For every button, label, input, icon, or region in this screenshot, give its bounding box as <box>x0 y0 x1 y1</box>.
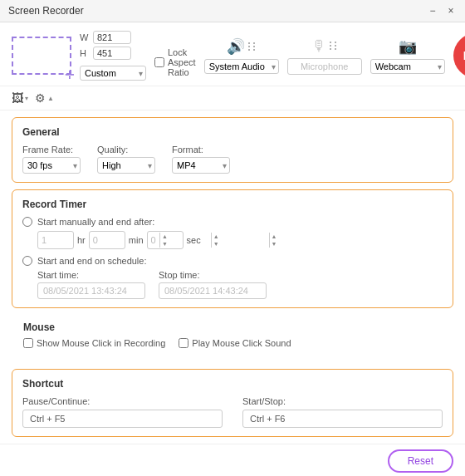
lock-aspect-label: Lock Aspect Ratio <box>168 47 196 77</box>
pause-continue-group: Pause/Continue: Ctrl + F5 <box>22 396 223 428</box>
custom-select-wrapper: Custom Full Screen Fixed Region <box>80 66 146 81</box>
start-time-label: Start time: <box>37 270 145 280</box>
pause-continue-label: Pause/Continue: <box>22 396 223 406</box>
speaker-icon: 🔊 <box>227 37 245 56</box>
system-audio-select[interactable]: System Audio <box>204 59 279 74</box>
show-mouse-click-option: Show Mouse Click in Recording <box>23 338 165 348</box>
sec-up-button[interactable]: ▲ <box>270 233 279 240</box>
microphone-item: 🎙 Microphone <box>287 37 362 75</box>
width-label: W <box>80 32 90 42</box>
crosshair-icon: ✛ <box>65 68 76 80</box>
start-stop-group: Start/Stop: Ctrl + F6 <box>242 396 443 428</box>
general-title: General <box>22 126 443 138</box>
frame-rate-group: Frame Rate: 30 fps 15 fps 20 fps 60 fps <box>22 145 81 174</box>
start-time-input[interactable] <box>37 282 145 299</box>
format-select-wrapper: MP4 AVI MOV <box>172 157 230 174</box>
show-mouse-click-label: Show Mouse Click in Recording <box>37 338 165 348</box>
width-row: W <box>80 31 146 44</box>
start-manually-radio[interactable] <box>22 217 32 227</box>
format-label: Format: <box>172 145 230 155</box>
bottom-bar: Reset <box>0 444 465 476</box>
shortcut-title: Shortcut <box>22 378 443 390</box>
start-stop-key: Ctrl + F6 <box>242 410 443 428</box>
show-mouse-click-checkbox[interactable] <box>23 338 33 348</box>
lock-aspect-area: Lock Aspect Ratio <box>154 46 196 81</box>
format-group: Format: MP4 AVI MOV <box>172 145 230 174</box>
general-section: General Frame Rate: 30 fps 15 fps 20 fps… <box>12 117 453 183</box>
schedule-label: Start and end on schedule: <box>37 256 146 266</box>
webcam-select[interactable]: Webcam <box>370 59 445 74</box>
content-area: General Frame Rate: 30 fps 15 fps 20 fps… <box>0 110 465 369</box>
shortcut-grid: Pause/Continue: Ctrl + F5 Start/Stop: Ct… <box>22 396 443 428</box>
play-mouse-sound-label: Play Mouse Click Sound <box>192 338 291 348</box>
screenshot-tool-button[interactable]: 🖼 ▾ <box>12 91 28 105</box>
frame-rate-select-wrapper: 30 fps 15 fps 20 fps 60 fps <box>22 157 81 174</box>
region-selector[interactable]: ✛ <box>12 37 71 75</box>
record-timer-section: Record Timer Start manually and end afte… <box>12 189 453 308</box>
quality-label: Quality: <box>97 145 155 155</box>
window-controls: − × <box>427 5 457 17</box>
start-time-group: Start time: <box>37 270 145 299</box>
min-label: min <box>129 235 144 245</box>
rec-button[interactable]: REC <box>453 33 465 78</box>
reset-button[interactable]: Reset <box>388 449 453 473</box>
play-mouse-sound-checkbox[interactable] <box>179 338 188 348</box>
mouse-title: Mouse <box>23 321 442 333</box>
minimize-button[interactable]: − <box>427 5 438 17</box>
schedule-row: Start and end on schedule: <box>22 256 443 266</box>
main-window: ✛ W H Custom Full Screen Fixed Region <box>0 22 465 476</box>
time-inputs-row: ▲ ▼ hr ▲ ▼ min ▲ ▼ <box>22 231 443 249</box>
pause-continue-key: Ctrl + F5 <box>22 410 223 428</box>
record-timer-title: Record Timer <box>22 199 443 210</box>
system-audio-select-wrapper: System Audio <box>204 59 279 74</box>
format-select[interactable]: MP4 AVI MOV <box>172 157 230 174</box>
system-audio-icon-row: 🔊 <box>227 37 257 56</box>
microphone-label-box: Microphone <box>287 58 362 75</box>
gear-icon: ⚙ <box>35 91 46 105</box>
microphone-icon-row: 🎙 <box>311 37 338 55</box>
stop-time-input[interactable] <box>159 282 267 299</box>
height-label: H <box>80 48 90 58</box>
general-fields-row: Frame Rate: 30 fps 15 fps 20 fps 60 fps … <box>22 145 443 174</box>
schedule-radio[interactable] <box>22 256 32 266</box>
settings-tool-button[interactable]: ⚙ ▲ <box>35 91 54 105</box>
microphone-icon: 🎙 <box>311 37 326 55</box>
min-input-box: ▲ ▼ <box>89 231 125 249</box>
start-stop-label: Start/Stop: <box>242 396 443 406</box>
quality-select-wrapper: High Low Medium <box>97 157 155 174</box>
lock-aspect-checkbox-group: Lock Aspect Ratio <box>154 47 196 77</box>
top-area: ✛ W H Custom Full Screen Fixed Region <box>0 22 465 86</box>
webcam-select-wrapper: Webcam <box>370 59 445 74</box>
toolbar-row: 🖼 ▾ ⚙ ▲ <box>0 86 465 110</box>
shortcut-section: Shortcut Pause/Continue: Ctrl + F5 Start… <box>12 369 453 437</box>
height-row: H <box>80 47 146 60</box>
mouse-options: Show Mouse Click in Recording Play Mouse… <box>23 338 442 348</box>
schedule-times: Start time: Stop time: <box>22 270 443 299</box>
sec-input[interactable] <box>148 234 269 246</box>
play-mouse-sound-option: Play Mouse Click Sound <box>179 338 291 348</box>
sec-input-box: ▲ ▼ <box>147 231 184 249</box>
lock-aspect-checkbox[interactable] <box>154 57 164 67</box>
start-manually-row: Start manually and end after: <box>22 217 443 227</box>
height-input[interactable] <box>93 47 131 60</box>
hr-input-box: ▲ ▼ <box>37 231 74 249</box>
frame-rate-label: Frame Rate: <box>22 145 81 155</box>
region-type-select[interactable]: Custom Full Screen Fixed Region <box>80 66 146 81</box>
webcam-icon: 📷 <box>399 37 417 56</box>
toolbar-dropdown-arrow: ▾ <box>25 95 28 102</box>
sec-down-button[interactable]: ▼ <box>270 240 279 248</box>
dimensions-panel: W H Custom Full Screen Fixed Region <box>80 31 146 81</box>
close-button[interactable]: × <box>445 5 457 17</box>
app-title: Screen Recorder <box>8 5 84 17</box>
sec-label: sec <box>187 235 201 245</box>
sec-spin: ▲ ▼ <box>269 233 279 248</box>
mouse-section: Mouse Show Mouse Click in Recording Play… <box>12 315 453 355</box>
frame-rate-select[interactable]: 30 fps 15 fps 20 fps 60 fps <box>22 157 81 174</box>
title-bar: Screen Recorder − × <box>0 0 465 22</box>
audio-section: 🔊 System Audio 🎙 <box>204 37 445 75</box>
hr-label: hr <box>77 235 86 245</box>
stop-time-group: Stop time: <box>159 270 267 299</box>
width-input[interactable] <box>93 31 131 44</box>
stop-time-label: Stop time: <box>159 270 267 280</box>
quality-select[interactable]: High Low Medium <box>97 157 155 174</box>
